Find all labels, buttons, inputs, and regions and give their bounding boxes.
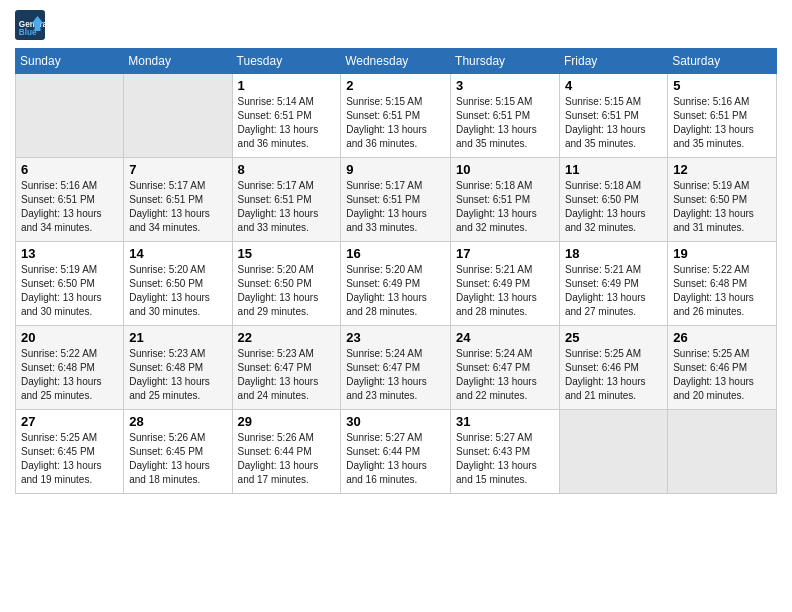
day-number: 19 <box>673 246 771 261</box>
calendar-cell: 27Sunrise: 5:25 AMSunset: 6:45 PMDayligh… <box>16 410 124 494</box>
calendar-cell: 5Sunrise: 5:16 AMSunset: 6:51 PMDaylight… <box>668 74 777 158</box>
calendar-cell: 23Sunrise: 5:24 AMSunset: 6:47 PMDayligh… <box>341 326 451 410</box>
calendar-cell: 20Sunrise: 5:22 AMSunset: 6:48 PMDayligh… <box>16 326 124 410</box>
day-info: Sunrise: 5:18 AMSunset: 6:51 PMDaylight:… <box>456 179 554 235</box>
day-info: Sunrise: 5:21 AMSunset: 6:49 PMDaylight:… <box>565 263 662 319</box>
day-info: Sunrise: 5:25 AMSunset: 6:46 PMDaylight:… <box>673 347 771 403</box>
day-number: 30 <box>346 414 445 429</box>
calendar-cell: 25Sunrise: 5:25 AMSunset: 6:46 PMDayligh… <box>559 326 667 410</box>
calendar-week-row: 13Sunrise: 5:19 AMSunset: 6:50 PMDayligh… <box>16 242 777 326</box>
weekday-header-tuesday: Tuesday <box>232 49 341 74</box>
calendar-cell: 30Sunrise: 5:27 AMSunset: 6:44 PMDayligh… <box>341 410 451 494</box>
day-number: 15 <box>238 246 336 261</box>
day-number: 4 <box>565 78 662 93</box>
day-number: 23 <box>346 330 445 345</box>
day-number: 8 <box>238 162 336 177</box>
calendar-cell: 7Sunrise: 5:17 AMSunset: 6:51 PMDaylight… <box>124 158 232 242</box>
calendar-week-row: 20Sunrise: 5:22 AMSunset: 6:48 PMDayligh… <box>16 326 777 410</box>
calendar-cell: 16Sunrise: 5:20 AMSunset: 6:49 PMDayligh… <box>341 242 451 326</box>
calendar-cell: 31Sunrise: 5:27 AMSunset: 6:43 PMDayligh… <box>451 410 560 494</box>
logo-icon: General Blue <box>15 10 45 40</box>
day-info: Sunrise: 5:20 AMSunset: 6:49 PMDaylight:… <box>346 263 445 319</box>
day-info: Sunrise: 5:14 AMSunset: 6:51 PMDaylight:… <box>238 95 336 151</box>
calendar-cell: 6Sunrise: 5:16 AMSunset: 6:51 PMDaylight… <box>16 158 124 242</box>
calendar-cell: 19Sunrise: 5:22 AMSunset: 6:48 PMDayligh… <box>668 242 777 326</box>
calendar-cell: 1Sunrise: 5:14 AMSunset: 6:51 PMDaylight… <box>232 74 341 158</box>
day-info: Sunrise: 5:26 AMSunset: 6:45 PMDaylight:… <box>129 431 226 487</box>
calendar-header: SundayMondayTuesdayWednesdayThursdayFrid… <box>16 49 777 74</box>
day-number: 7 <box>129 162 226 177</box>
day-info: Sunrise: 5:18 AMSunset: 6:50 PMDaylight:… <box>565 179 662 235</box>
calendar-cell: 14Sunrise: 5:20 AMSunset: 6:50 PMDayligh… <box>124 242 232 326</box>
day-info: Sunrise: 5:19 AMSunset: 6:50 PMDaylight:… <box>21 263 118 319</box>
day-number: 27 <box>21 414 118 429</box>
day-number: 14 <box>129 246 226 261</box>
day-info: Sunrise: 5:20 AMSunset: 6:50 PMDaylight:… <box>238 263 336 319</box>
day-number: 9 <box>346 162 445 177</box>
calendar: SundayMondayTuesdayWednesdayThursdayFrid… <box>15 48 777 494</box>
day-info: Sunrise: 5:27 AMSunset: 6:44 PMDaylight:… <box>346 431 445 487</box>
calendar-cell: 22Sunrise: 5:23 AMSunset: 6:47 PMDayligh… <box>232 326 341 410</box>
calendar-week-row: 6Sunrise: 5:16 AMSunset: 6:51 PMDaylight… <box>16 158 777 242</box>
day-info: Sunrise: 5:15 AMSunset: 6:51 PMDaylight:… <box>565 95 662 151</box>
day-number: 1 <box>238 78 336 93</box>
calendar-cell <box>559 410 667 494</box>
day-number: 29 <box>238 414 336 429</box>
day-number: 26 <box>673 330 771 345</box>
day-info: Sunrise: 5:17 AMSunset: 6:51 PMDaylight:… <box>346 179 445 235</box>
calendar-cell: 28Sunrise: 5:26 AMSunset: 6:45 PMDayligh… <box>124 410 232 494</box>
day-number: 25 <box>565 330 662 345</box>
calendar-week-row: 27Sunrise: 5:25 AMSunset: 6:45 PMDayligh… <box>16 410 777 494</box>
calendar-cell <box>124 74 232 158</box>
calendar-cell: 29Sunrise: 5:26 AMSunset: 6:44 PMDayligh… <box>232 410 341 494</box>
day-info: Sunrise: 5:23 AMSunset: 6:48 PMDaylight:… <box>129 347 226 403</box>
day-number: 21 <box>129 330 226 345</box>
day-number: 31 <box>456 414 554 429</box>
day-number: 22 <box>238 330 336 345</box>
calendar-cell <box>16 74 124 158</box>
day-info: Sunrise: 5:22 AMSunset: 6:48 PMDaylight:… <box>21 347 118 403</box>
day-info: Sunrise: 5:15 AMSunset: 6:51 PMDaylight:… <box>456 95 554 151</box>
calendar-cell: 21Sunrise: 5:23 AMSunset: 6:48 PMDayligh… <box>124 326 232 410</box>
day-info: Sunrise: 5:20 AMSunset: 6:50 PMDaylight:… <box>129 263 226 319</box>
calendar-cell: 26Sunrise: 5:25 AMSunset: 6:46 PMDayligh… <box>668 326 777 410</box>
calendar-week-row: 1Sunrise: 5:14 AMSunset: 6:51 PMDaylight… <box>16 74 777 158</box>
day-number: 18 <box>565 246 662 261</box>
day-number: 6 <box>21 162 118 177</box>
day-info: Sunrise: 5:24 AMSunset: 6:47 PMDaylight:… <box>346 347 445 403</box>
calendar-cell: 8Sunrise: 5:17 AMSunset: 6:51 PMDaylight… <box>232 158 341 242</box>
calendar-cell: 24Sunrise: 5:24 AMSunset: 6:47 PMDayligh… <box>451 326 560 410</box>
day-number: 3 <box>456 78 554 93</box>
day-info: Sunrise: 5:17 AMSunset: 6:51 PMDaylight:… <box>238 179 336 235</box>
day-number: 20 <box>21 330 118 345</box>
calendar-cell: 17Sunrise: 5:21 AMSunset: 6:49 PMDayligh… <box>451 242 560 326</box>
logo: General Blue <box>15 10 49 40</box>
weekday-header-sunday: Sunday <box>16 49 124 74</box>
day-info: Sunrise: 5:22 AMSunset: 6:48 PMDaylight:… <box>673 263 771 319</box>
day-info: Sunrise: 5:15 AMSunset: 6:51 PMDaylight:… <box>346 95 445 151</box>
calendar-cell: 15Sunrise: 5:20 AMSunset: 6:50 PMDayligh… <box>232 242 341 326</box>
weekday-header-row: SundayMondayTuesdayWednesdayThursdayFrid… <box>16 49 777 74</box>
calendar-cell: 3Sunrise: 5:15 AMSunset: 6:51 PMDaylight… <box>451 74 560 158</box>
day-number: 11 <box>565 162 662 177</box>
calendar-cell: 13Sunrise: 5:19 AMSunset: 6:50 PMDayligh… <box>16 242 124 326</box>
weekday-header-monday: Monday <box>124 49 232 74</box>
weekday-header-saturday: Saturday <box>668 49 777 74</box>
day-info: Sunrise: 5:27 AMSunset: 6:43 PMDaylight:… <box>456 431 554 487</box>
calendar-cell: 2Sunrise: 5:15 AMSunset: 6:51 PMDaylight… <box>341 74 451 158</box>
day-number: 10 <box>456 162 554 177</box>
calendar-cell: 18Sunrise: 5:21 AMSunset: 6:49 PMDayligh… <box>559 242 667 326</box>
day-number: 17 <box>456 246 554 261</box>
calendar-body: 1Sunrise: 5:14 AMSunset: 6:51 PMDaylight… <box>16 74 777 494</box>
day-info: Sunrise: 5:25 AMSunset: 6:46 PMDaylight:… <box>565 347 662 403</box>
calendar-cell: 11Sunrise: 5:18 AMSunset: 6:50 PMDayligh… <box>559 158 667 242</box>
day-number: 5 <box>673 78 771 93</box>
weekday-header-friday: Friday <box>559 49 667 74</box>
calendar-cell: 4Sunrise: 5:15 AMSunset: 6:51 PMDaylight… <box>559 74 667 158</box>
day-number: 13 <box>21 246 118 261</box>
day-number: 24 <box>456 330 554 345</box>
weekday-header-thursday: Thursday <box>451 49 560 74</box>
day-number: 28 <box>129 414 226 429</box>
day-info: Sunrise: 5:24 AMSunset: 6:47 PMDaylight:… <box>456 347 554 403</box>
day-info: Sunrise: 5:16 AMSunset: 6:51 PMDaylight:… <box>21 179 118 235</box>
